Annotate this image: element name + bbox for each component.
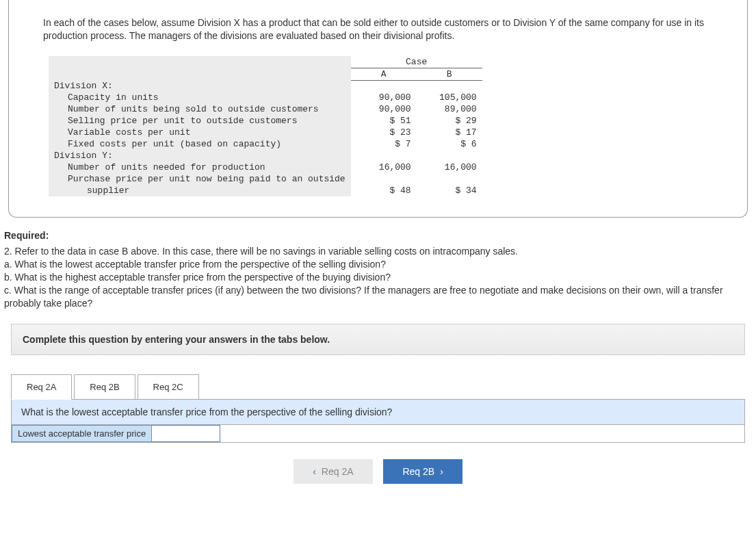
chevron-left-icon: ‹ [313,466,316,477]
cell [417,173,482,185]
tab-content: What is the lowest acceptable transfer p… [11,399,745,443]
row-label: supplier [49,185,351,196]
answer-label: Lowest acceptable transfer price [12,425,152,442]
prev-button[interactable]: ‹Req 2A [294,459,372,484]
cell: $ 7 [351,138,417,150]
cell: 16,000 [351,162,417,173]
question-text: 2. Refer to the data in case B above. In… [4,245,756,309]
cell [351,173,417,185]
division-y-header: Division Y: [49,150,351,162]
tab-req-2b[interactable]: Req 2B [74,374,135,400]
cell: $ 6 [417,138,482,150]
row-label: Selling price per unit to outside custom… [49,115,351,127]
row-label: Number of units needed for production [49,162,351,173]
cell: $ 51 [351,115,417,127]
division-x-header: Division X: [49,80,351,92]
case-header: Case [351,56,482,68]
row-label: Number of units being sold to outside cu… [49,103,351,115]
tab-req-2a[interactable]: Req 2A [11,374,72,400]
sub-question: What is the lowest acceptable transfer p… [12,400,744,425]
required-heading: Required: [4,230,756,241]
row-label: Capacity in units [49,92,351,103]
cell: 90,000 [351,103,417,115]
intro-text: In each of the cases below, assume Divis… [43,16,727,42]
prev-label: Req 2A [322,466,354,477]
cell: 105,000 [417,92,482,103]
row-label: Variable costs per unit [49,127,351,138]
cell: $ 48 [351,185,417,196]
chevron-right-icon: › [440,466,443,477]
tabs-row: Req 2A Req 2B Req 2C [11,374,745,400]
cell: 90,000 [351,92,417,103]
row-label: Purchase price per unit now being paid t… [49,173,351,185]
tab-req-2c[interactable]: Req 2C [138,374,199,400]
instruction-bar: Complete this question by entering your … [11,324,745,355]
cell: $ 23 [351,127,417,138]
case-data-table: Case A B Division X: Capacity in units90… [49,56,482,197]
answer-input[interactable] [152,425,220,442]
cell: 89,000 [417,103,482,115]
cell: $ 17 [417,127,482,138]
next-button[interactable]: Req 2B› [383,459,462,484]
cell: $ 34 [417,185,482,196]
cell: 16,000 [417,162,482,173]
cell: $ 29 [417,115,482,127]
col-a-header: A [351,68,417,80]
row-label: Fixed costs per unit (based on capacity) [49,138,351,150]
col-b-header: B [417,68,482,80]
next-label: Req 2B [402,466,434,477]
